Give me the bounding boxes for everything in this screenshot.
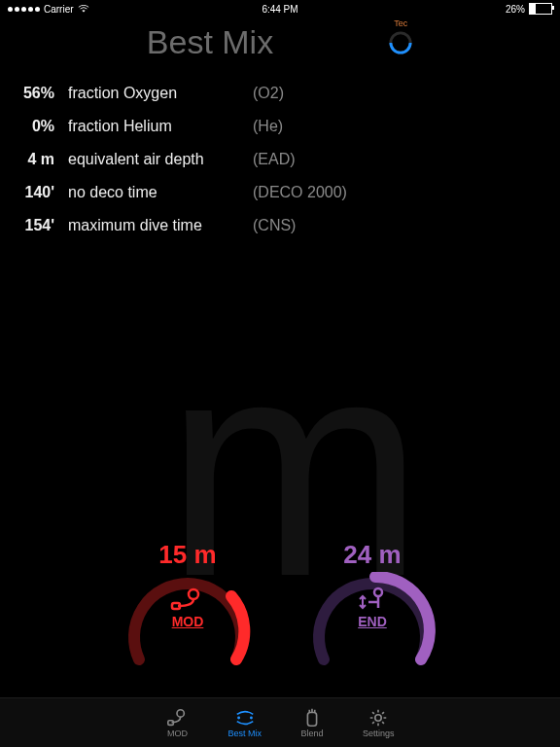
tab-label: Settings (363, 729, 395, 738)
depth-icon (355, 587, 390, 612)
mix-icon (233, 707, 257, 729)
battery-icon (529, 3, 552, 15)
svg-rect-8 (307, 713, 316, 727)
row-value: 56% (0, 85, 68, 102)
row-value: 154' (0, 217, 68, 234)
row-code: (EAD) (253, 151, 550, 168)
page-title: Best Mix (147, 23, 273, 61)
svg-point-4 (177, 710, 184, 717)
row-deco: 140' no deco time (DECO 2000) (0, 176, 560, 209)
data-rows: 56% fraction Oxygen (O2) 0% fraction Hel… (0, 77, 560, 242)
end-value: 24 m (299, 540, 445, 570)
tab-bar: MOD Best Mix Blend Settings (0, 697, 560, 747)
row-label: fraction Oxygen (68, 85, 253, 102)
mod-value: 15 m (115, 540, 261, 570)
mod-caption: MOD (115, 614, 261, 629)
tec-label: Tec (394, 18, 407, 28)
tab-label: MOD (167, 729, 188, 738)
svg-point-9 (375, 715, 381, 721)
status-bar: Carrier 6:44 PM 26% (0, 0, 560, 18)
tab-mod[interactable]: MOD (165, 707, 189, 738)
row-value: 4 m (0, 151, 68, 168)
status-time: 6:44 PM (190, 4, 371, 15)
row-label: fraction Helium (68, 118, 253, 135)
tab-settings[interactable]: Settings (363, 707, 395, 738)
row-value: 140' (0, 184, 68, 201)
row-helium: 0% fraction Helium (He) (0, 110, 560, 143)
gear-icon (367, 707, 390, 729)
svg-rect-2 (172, 603, 180, 609)
dials: 15 m MOD 24 m END (0, 540, 560, 669)
tec-toggle[interactable]: Tec (388, 30, 413, 55)
row-code: (He) (253, 118, 550, 135)
row-label: maximum dive time (68, 217, 253, 234)
tank-icon (300, 707, 324, 729)
row-ead: 4 m equivalent air depth (EAD) (0, 143, 560, 176)
carrier-label: Carrier (44, 4, 74, 15)
status-right: 26% (370, 3, 552, 15)
status-left: Carrier (8, 4, 190, 15)
regulator-icon (170, 587, 205, 612)
tab-bestmix[interactable]: Best Mix (228, 707, 262, 738)
mod-dial[interactable]: 15 m MOD (115, 540, 261, 669)
row-code: (DECO 2000) (253, 184, 550, 201)
row-label: equivalent air depth (68, 151, 253, 168)
battery-label: 26% (506, 4, 525, 15)
svg-point-3 (374, 588, 382, 596)
end-dial[interactable]: 24 m END (299, 540, 445, 669)
row-code: (O2) (253, 85, 550, 102)
row-cns: 154' maximum dive time (CNS) (0, 209, 560, 242)
row-code: (CNS) (253, 217, 550, 234)
tab-blend[interactable]: Blend (300, 707, 324, 738)
row-oxygen: 56% fraction Oxygen (O2) (0, 77, 560, 110)
svg-point-1 (189, 589, 198, 599)
row-value: 0% (0, 118, 68, 135)
tab-label: Best Mix (228, 729, 262, 738)
signal-icon (8, 7, 40, 12)
end-caption: END (299, 614, 445, 629)
row-label: no deco time (68, 184, 253, 201)
svg-point-6 (237, 717, 240, 720)
wifi-icon (78, 5, 89, 13)
svg-point-7 (250, 717, 253, 720)
tec-ring-icon (388, 30, 413, 55)
tab-label: Blend (300, 729, 323, 738)
regulator-small-icon (165, 707, 189, 729)
